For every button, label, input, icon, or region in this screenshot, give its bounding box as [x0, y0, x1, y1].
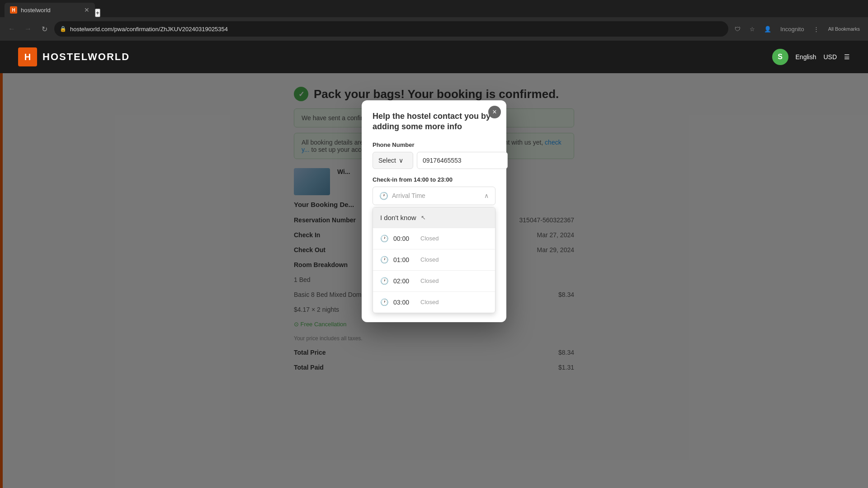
modal-overlay: × Help the hostel contact you by adding … — [0, 73, 868, 488]
browser-tabs: H hostelworld ✕ + — [0, 0, 868, 17]
back-button[interactable]: ← — [5, 23, 18, 35]
arrival-time-select[interactable]: 🕐 Arrival Time ∧ — [373, 187, 495, 205]
clock-icon-0000: 🕐 — [380, 235, 389, 243]
dont-know-label: I don't know — [380, 214, 416, 221]
dont-know-option[interactable]: I don't know ↖ — [373, 207, 495, 228]
star-icon[interactable]: ☆ — [747, 24, 758, 34]
closed-badge-0200: Closed — [420, 277, 439, 284]
tab-favicon: H — [10, 6, 17, 14]
chevron-up-icon: ∧ — [484, 192, 489, 199]
refresh-icon: ↻ — [42, 25, 47, 33]
logo-text: HOSTELWORLD — [42, 51, 130, 63]
phone-number-input[interactable] — [417, 152, 508, 169]
contact-info-modal: × Help the hostel contact you by adding … — [362, 100, 506, 322]
bookmarks-label: All Bookmarks — [826, 24, 863, 33]
logo-letter: H — [24, 52, 31, 62]
country-code-select[interactable]: Select ∨ — [373, 152, 413, 169]
back-icon: ← — [8, 25, 15, 33]
arrival-time-placeholder: Arrival Time — [392, 192, 425, 199]
modal-header: × Help the hostel contact you by adding … — [362, 100, 506, 132]
checkin-time-label: Check-in from 14:00 to 23:00 — [373, 176, 495, 183]
arrival-time-dropdown: I don't know ↖ 🕐 00:00 Closed 🕐 01:0 — [373, 207, 495, 313]
time-option-0300[interactable]: 🕐 03:00 Closed — [373, 292, 495, 313]
address-bar[interactable]: 🔒 hostelworld.com/pwa/confirmation/ZhJKU… — [54, 21, 728, 37]
logo-icon: H — [18, 47, 37, 66]
time-option-0100[interactable]: 🕐 01:00 Closed — [373, 249, 495, 270]
site-header: H HOSTELWORLD S English USD ☰ — [0, 41, 868, 73]
active-tab[interactable]: H hostelworld ✕ — [5, 3, 95, 17]
incognito-label: Incognito — [778, 24, 807, 34]
refresh-button[interactable]: ↻ — [38, 23, 51, 35]
profile-icon[interactable]: 👤 — [761, 24, 774, 34]
modal-title: Help the hostel contact you by adding so… — [373, 111, 495, 132]
clock-icon: 🕐 — [379, 192, 388, 200]
closed-badge-0300: Closed — [420, 299, 439, 305]
time-option-0000[interactable]: 🕐 00:00 Closed — [373, 228, 495, 249]
country-select-label: Select — [378, 157, 396, 164]
forward-icon: → — [24, 25, 32, 33]
user-avatar[interactable]: S — [772, 49, 788, 65]
url-text: hostelworld.com/pwa/confirmation/ZhJKUV2… — [70, 26, 228, 33]
browser-toolbar: ← → ↻ 🔒 hostelworld.com/pwa/confirmation… — [0, 17, 868, 41]
phone-row: Select ∨ — [373, 152, 495, 169]
avatar-letter: S — [778, 53, 783, 61]
header-right: S English USD ☰ — [772, 49, 850, 65]
main-content: ✓ Pack your bags! Your booking is confir… — [0, 73, 868, 488]
currency-selector[interactable]: USD — [823, 53, 837, 61]
site-logo: H HOSTELWORLD — [18, 47, 130, 66]
tab-label: hostelworld — [21, 7, 51, 14]
time-option-0200[interactable]: 🕐 02:00 Closed — [373, 271, 495, 291]
forward-button[interactable]: → — [22, 23, 34, 35]
time-label-0100: 01:00 — [393, 256, 416, 263]
browser-chrome: H hostelworld ✕ + ← → ↻ 🔒 hostelworld.co… — [0, 0, 868, 41]
time-label-0000: 00:00 — [393, 235, 416, 242]
close-icon: × — [492, 108, 496, 116]
clock-icon-0100: 🕐 — [380, 256, 389, 264]
closed-badge-0000: Closed — [420, 235, 439, 242]
modal-close-button[interactable]: × — [488, 106, 501, 118]
clock-icon-0300: 🕐 — [380, 298, 389, 306]
phone-field-label: Phone Number — [373, 141, 495, 148]
chevron-down-icon: ∨ — [399, 157, 403, 164]
language-selector[interactable]: English — [796, 53, 816, 61]
time-label-0200: 02:00 — [393, 277, 416, 285]
cursor-position: ↖ — [421, 214, 426, 221]
time-label-0300: 03:00 — [393, 299, 416, 306]
new-tab-button[interactable]: + — [95, 9, 100, 17]
modal-body: Phone Number Select ∨ Check-in from 14:0… — [362, 141, 506, 322]
toolbar-right: 🛡 ☆ 👤 Incognito ⋮ All Bookmarks — [732, 24, 863, 34]
hamburger-menu[interactable]: ☰ — [844, 53, 850, 61]
menu-icon[interactable]: ⋮ — [811, 24, 822, 34]
arrival-select-inner: 🕐 Arrival Time — [379, 192, 425, 200]
shield-icon[interactable]: 🛡 — [732, 24, 743, 34]
lock-icon: 🔒 — [60, 26, 66, 32]
tab-close-button[interactable]: ✕ — [84, 6, 90, 14]
page-content: H HOSTELWORLD S English USD ☰ ✓ Pack you… — [0, 41, 868, 488]
closed-badge-0100: Closed — [420, 256, 439, 263]
clock-icon-0200: 🕐 — [380, 277, 389, 285]
